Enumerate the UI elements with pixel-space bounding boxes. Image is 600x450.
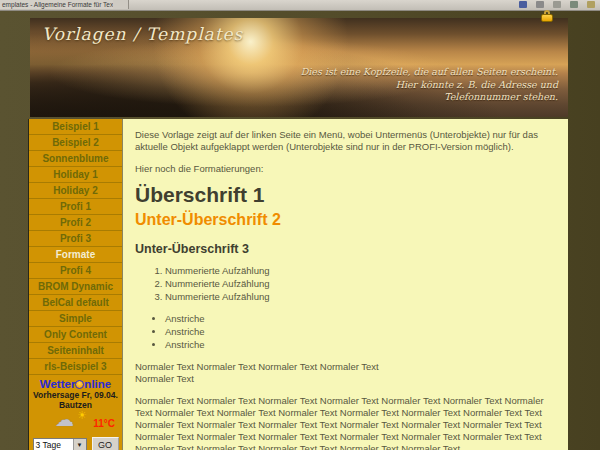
page-icon[interactable] bbox=[553, 1, 561, 8]
heading-2: Unter-Überschrift 2 bbox=[135, 214, 554, 226]
bullet-list: Anstriche Anstriche Anstriche bbox=[165, 313, 554, 351]
heading-3: Unter-Überschrift 3 bbox=[135, 243, 554, 255]
normal-text-short: Normaler Text Normaler Text Normaler Tex… bbox=[135, 361, 554, 385]
sidebar-item-profi-1[interactable]: Profi 1 bbox=[29, 199, 122, 215]
sidebar-item-only-content[interactable]: Only Content bbox=[29, 327, 122, 343]
intro-paragraph-2: Hier noch die Formatierungen: bbox=[135, 163, 554, 175]
sidebar-item-profi-3[interactable]: Profi 3 bbox=[29, 231, 122, 247]
list-item: Nummerierte Aufzählung bbox=[165, 291, 554, 303]
help-icon[interactable] bbox=[587, 1, 595, 8]
list-item: Anstriche bbox=[165, 326, 554, 338]
print-icon[interactable] bbox=[536, 1, 544, 8]
temperature-value: 11°C bbox=[93, 418, 115, 429]
sidebar-item-holiday-2[interactable]: Holiday 2 bbox=[29, 183, 122, 199]
sidebar-item-seiteninhalt[interactable]: Seiteninhalt bbox=[29, 343, 122, 359]
sidebar-item-simple[interactable]: Simple bbox=[29, 311, 122, 327]
header-banner: Vorlagen / Templates Dies ist eine Kopfz… bbox=[30, 18, 568, 117]
tagline-line: Hier könnte z. B. die Adresse und bbox=[301, 79, 558, 92]
list-item: Anstriche bbox=[165, 313, 554, 325]
list-item: Anstriche bbox=[165, 339, 554, 351]
tagline-line: Telefonnummer stehen. bbox=[301, 91, 558, 104]
main-content: Diese Vorlage zeigt auf der linken Seite… bbox=[122, 119, 568, 450]
forecast-date: Vorhersage Fr, 09.04. bbox=[29, 390, 122, 400]
brand-prefix: Wetter bbox=[40, 378, 76, 390]
intro-paragraph: Diese Vorlage zeigt auf der linken Seite… bbox=[135, 129, 554, 153]
heading-1: Überschrift 1 bbox=[135, 189, 554, 201]
sidebar-item-brom-dynamic[interactable]: BROM Dynamic bbox=[29, 279, 122, 295]
sidebar-item-belcal-default[interactable]: BelCal default bbox=[29, 295, 122, 311]
chevron-down-icon[interactable]: ▼ bbox=[73, 439, 86, 450]
sidebar-item-holiday-1[interactable]: Holiday 1 bbox=[29, 167, 122, 183]
normal-text-long: Normaler Text Normaler Text Normaler Tex… bbox=[135, 395, 554, 450]
browser-chrome: emplates - Allgemeine Formate für Texte … bbox=[0, 0, 600, 11]
partly-cloudy-icon: ☀ ☁ bbox=[53, 409, 89, 431]
sidebar-item-rls-beispiel-3[interactable]: rls-Beispiel 3 bbox=[29, 359, 122, 375]
list-item: Nummerierte Aufzählung bbox=[165, 278, 554, 290]
header-tagline: Dies ist eine Kopfzeile, die auf allen S… bbox=[301, 66, 558, 104]
browser-toolbar-icon[interactable] bbox=[519, 1, 527, 8]
browser-toolbar bbox=[519, 1, 595, 8]
numbered-list: Nummerierte Aufzählung Nummerierte Aufzä… bbox=[165, 265, 554, 303]
sidebar-item-profi-4[interactable]: Profi 4 bbox=[29, 263, 122, 279]
forecast-range-select[interactable]: 3 Tage ▼ bbox=[33, 438, 87, 450]
sidebar-item-beispiel-1[interactable]: Beispiel 1 bbox=[29, 119, 122, 135]
sun-o-icon bbox=[75, 380, 84, 389]
tools-icon[interactable] bbox=[570, 1, 578, 8]
wetteronline-logo[interactable]: Wetternline bbox=[29, 378, 122, 390]
site-title: Vorlagen / Templates bbox=[42, 24, 243, 44]
select-value: 3 Tage bbox=[34, 440, 73, 450]
sidebar-menu: Beispiel 1 Beispiel 2 Sonnenblume Holida… bbox=[28, 119, 122, 450]
go-button[interactable]: GO bbox=[92, 437, 119, 450]
tagline-line: Dies ist eine Kopfzeile, die auf allen S… bbox=[301, 66, 558, 79]
sidebar-item-sonnenblume[interactable]: Sonnenblume bbox=[29, 151, 122, 167]
browser-tab-stub[interactable] bbox=[113, 0, 129, 9]
lock-icon bbox=[541, 10, 554, 22]
brand-suffix: nline bbox=[84, 378, 111, 390]
sidebar-item-formate[interactable]: Formate bbox=[29, 247, 122, 263]
forecast-row: ☀ ☁ 11°C bbox=[29, 412, 122, 434]
weather-widget: Wetternline Vorhersage Fr, 09.04. Bautze… bbox=[29, 378, 122, 450]
forecast-controls: 3 Tage ▼ GO bbox=[29, 437, 122, 450]
sidebar-item-profi-2[interactable]: Profi 2 bbox=[29, 215, 122, 231]
browser-tab[interactable]: emplates - Allgemeine Formate für Texte … bbox=[0, 0, 115, 9]
list-item: Nummerierte Aufzählung bbox=[165, 265, 554, 277]
sidebar-item-beispiel-2[interactable]: Beispiel 2 bbox=[29, 135, 122, 151]
